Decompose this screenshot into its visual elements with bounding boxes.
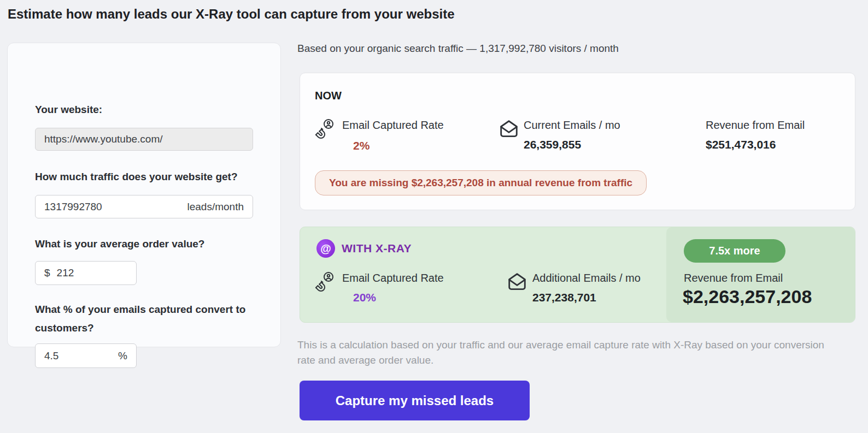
order-value-input[interactable] [57,267,127,279]
traffic-label: How much traffic does your website get? [35,168,238,186]
page-title: Estimate how many leads our X-Ray tool c… [8,7,455,22]
traffic-suffix: leads/month [187,201,244,213]
metric-value: $251,473,016 [706,138,776,151]
conversion-field-box: % [35,343,137,368]
percent-suffix: % [118,350,127,362]
traffic-summary-text: Based on your organic search traffic — 1… [297,43,619,55]
website-label: Your website: [35,100,102,119]
with-xray-card: @ WITH X-RAY Email Captured Rate 20% [300,227,855,323]
revenue-label: Revenue from Email [684,272,783,284]
metric-label: Additional Emails / mo [532,272,641,284]
metric-label: Current Emails / mo [524,119,620,132]
calculator-form-panel: Your website: How much traffic does your… [7,43,281,347]
revenue-value: $2,263,257,208 [683,286,812,307]
metric-label: Email Captured Rate [342,119,444,132]
metric-value: 2% [353,139,370,152]
website-field-box [35,128,253,151]
conversion-label: What % of your emails captured convert t… [35,300,254,337]
order-value-label: What is your average order value? [35,235,204,253]
traffic-input[interactable] [44,201,187,213]
multiplier-badge: 7.5x more [684,239,785,263]
results-column: Based on your organic search traffic — 1… [300,43,855,433]
metric-value: 237,238,701 [532,291,596,304]
metric-label: Revenue from Email [706,119,805,132]
envelope-icon [498,118,522,142]
missing-revenue-warning: You are missing $2,263,257,208 in annual… [315,170,647,195]
revenue-panel: 7.5x more Revenue from Email $2,263,257,… [666,227,855,322]
conversion-input[interactable] [44,350,118,362]
disclaimer-text: This is a calculation based on your traf… [297,337,844,368]
lead-magnet-icon [312,270,336,294]
envelope-icon [506,271,530,295]
metric-value: 26,359,855 [524,138,581,151]
now-card: NOW Email Captured Rate 2% [300,73,855,210]
lead-magnet-icon [312,117,336,141]
website-input[interactable] [44,133,244,145]
with-xray-heading: WITH X-RAY [342,242,412,255]
currency-prefix: $ [44,267,50,279]
order-value-field-box: $ [35,261,137,285]
traffic-field-box: leads/month [35,195,253,218]
metric-value: 20% [353,291,376,304]
metric-label: Email Captured Rate [342,272,444,284]
capture-leads-button[interactable]: Capture my missed leads [300,381,530,420]
at-sign-icon: @ [316,239,335,258]
now-heading: NOW [315,90,342,102]
